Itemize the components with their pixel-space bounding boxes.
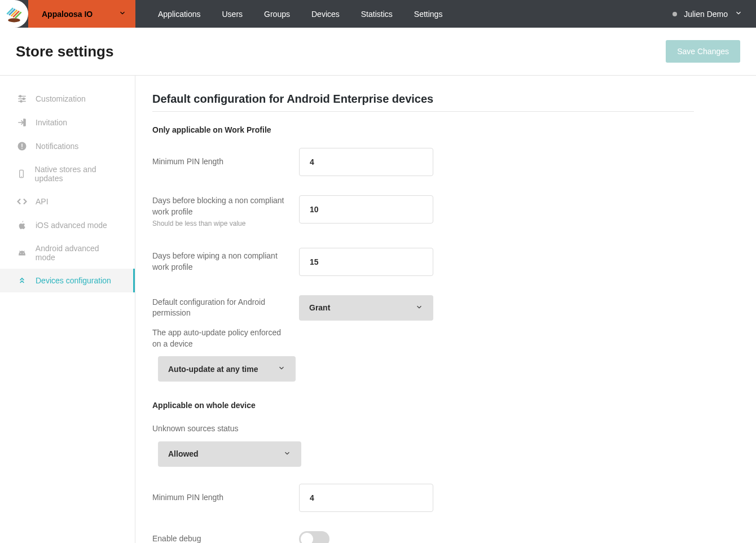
sidebar-item-customization[interactable]: Customization — [0, 87, 135, 111]
page-header: Store settings Save Changes — [0, 28, 756, 76]
sliders-icon — [16, 94, 28, 104]
alert-icon — [16, 141, 28, 151]
chevron-down-icon — [735, 9, 742, 19]
nav-link-groups[interactable]: Groups — [257, 2, 297, 27]
section-title: Default configuration for Android Enterp… — [152, 93, 694, 112]
days-block-input[interactable] — [299, 195, 433, 224]
code-icon — [16, 196, 28, 207]
field-days-block: Days before blocking a non compliant wor… — [152, 195, 694, 229]
settings-sidebar: Customization Invitation Notifications N… — [0, 76, 135, 543]
field-label: Days before wiping a non compliant work … — [152, 251, 299, 273]
sidebar-item-label: Notifications — [36, 142, 78, 151]
save-changes-button[interactable]: Save Changes — [666, 40, 740, 63]
sidebar-item-label: Native stores and updates — [35, 165, 120, 183]
chevron-down-icon — [278, 364, 285, 374]
sidebar-item-label: Invitation — [36, 118, 67, 127]
sidebar-item-label: iOS advanced mode — [36, 221, 107, 230]
sidebar-item-invitation[interactable]: Invitation — [0, 111, 135, 134]
store-name: Appaloosa IO — [42, 10, 93, 19]
field-label: Enable debug — [152, 533, 299, 543]
svg-point-15 — [20, 253, 21, 254]
field-android-permission: Default configuration for Android permis… — [152, 295, 694, 321]
sidebar-item-notifications[interactable]: Notifications — [0, 134, 135, 158]
chevron-down-icon — [118, 9, 126, 19]
permission-select[interactable]: Grant — [299, 295, 433, 321]
min-pin-input[interactable] — [299, 148, 433, 176]
top-navbar: Appaloosa IO Applications Users Groups D… — [0, 0, 756, 28]
sidebar-item-native-stores[interactable]: Native stores and updates — [0, 158, 135, 190]
svg-line-14 — [24, 251, 25, 252]
main-content: Default configuration for Android Enterp… — [135, 76, 711, 543]
user-name: Julien Demo — [684, 10, 728, 19]
apple-icon — [16, 220, 28, 230]
field-min-pin-length: Minimum PIN length — [152, 148, 694, 176]
svg-line-13 — [19, 251, 20, 252]
device-icon — [16, 169, 27, 179]
sidebar-item-ios-advanced[interactable]: iOS advanced mode — [0, 213, 135, 237]
field-label: Days before blocking a non compliant wor… — [152, 195, 288, 217]
nav-links: Applications Users Groups Devices Statis… — [135, 0, 449, 28]
store-selector[interactable]: Appaloosa IO — [28, 0, 135, 28]
status-dot-icon — [673, 12, 677, 16]
user-menu[interactable]: Julien Demo — [659, 0, 756, 28]
days-wipe-input[interactable] — [299, 248, 433, 276]
sidebar-item-label: Devices configuration — [36, 276, 111, 285]
toggle-knob — [301, 533, 313, 543]
field-label: Unknown sources status — [152, 423, 694, 435]
chevron-down-icon — [283, 449, 291, 459]
whole-device-heading: Applicable on whole device — [152, 401, 694, 410]
sidebar-item-label: Customization — [36, 94, 86, 103]
device-min-pin-input[interactable] — [299, 484, 433, 512]
select-value: Grant — [309, 303, 330, 312]
svg-point-5 — [23, 98, 25, 100]
brand-logo[interactable] — [0, 0, 28, 28]
svg-rect-9 — [21, 144, 23, 147]
svg-point-16 — [23, 253, 24, 254]
work-profile-heading: Only applicable on Work Profile — [152, 125, 694, 134]
nav-link-devices[interactable]: Devices — [305, 2, 346, 27]
unknown-sources-select[interactable]: Allowed — [158, 441, 301, 467]
android-icon — [16, 248, 28, 257]
field-enable-debug: Enable debug — [152, 531, 694, 543]
svg-point-6 — [20, 100, 22, 102]
field-device-min-pin: Minimum PIN length — [152, 484, 694, 512]
enable-debug-toggle[interactable] — [299, 531, 329, 543]
select-value: Auto-update at any time — [168, 365, 258, 374]
chevron-down-icon — [415, 303, 423, 313]
sidebar-item-label: API — [36, 197, 49, 206]
field-label: Minimum PIN length — [152, 492, 299, 503]
sync-icon — [16, 275, 28, 286]
field-label: The app auto-update policy enforced on a… — [152, 327, 299, 349]
field-label: Minimum PIN length — [152, 156, 299, 168]
nav-link-statistics[interactable]: Statistics — [354, 2, 399, 27]
field-hint: Should be less than wipe value — [152, 219, 288, 229]
page-title: Store settings — [16, 43, 113, 60]
select-value: Allowed — [168, 449, 199, 458]
sidebar-item-android-advanced[interactable]: Android advanced mode — [0, 237, 135, 269]
login-icon — [16, 117, 28, 128]
sidebar-item-api[interactable]: API — [0, 190, 135, 213]
auto-update-select[interactable]: Auto-update at any time — [158, 356, 296, 382]
field-days-wipe: Days before wiping a non compliant work … — [152, 248, 694, 276]
svg-rect-10 — [21, 148, 23, 149]
sidebar-item-label: Android advanced mode — [36, 244, 120, 262]
nav-link-settings[interactable]: Settings — [407, 2, 450, 27]
svg-point-4 — [20, 95, 21, 97]
field-label: Default configuration for Android permis… — [152, 297, 299, 319]
svg-point-0 — [8, 18, 20, 22]
nav-link-applications[interactable]: Applications — [151, 2, 208, 27]
field-auto-update: The app auto-update policy enforced on a… — [152, 327, 694, 382]
sidebar-item-devices-configuration[interactable]: Devices configuration — [0, 269, 135, 292]
nav-link-users[interactable]: Users — [216, 2, 250, 27]
field-unknown-sources: Unknown sources status Allowed — [152, 423, 694, 467]
